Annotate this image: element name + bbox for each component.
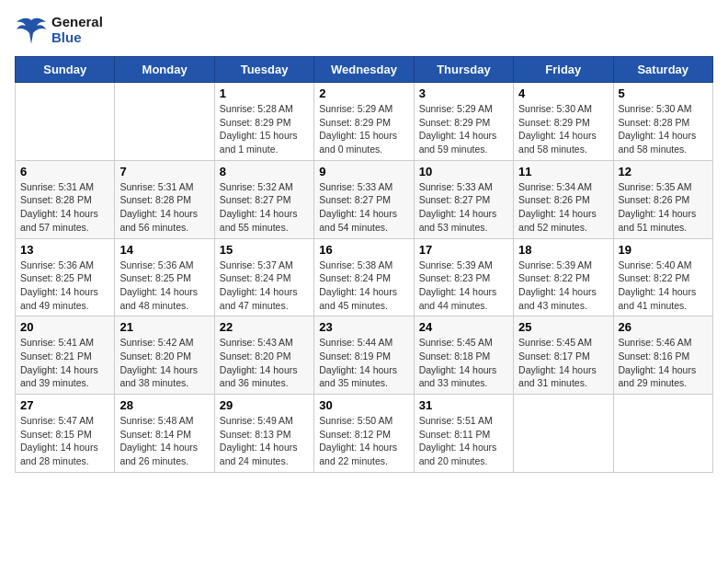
calendar-cell: 16Sunrise: 5:38 AM Sunset: 8:24 PM Dayli… xyxy=(314,238,414,316)
calendar-cell: 12Sunrise: 5:35 AM Sunset: 8:26 PM Dayli… xyxy=(613,160,712,238)
day-number: 17 xyxy=(419,243,508,257)
weekday-thursday: Thursday xyxy=(414,57,513,83)
logo-blue-text: Blue xyxy=(51,30,103,46)
day-detail: Sunrise: 5:29 AM Sunset: 8:29 PM Dayligh… xyxy=(419,102,508,156)
day-detail: Sunrise: 5:45 AM Sunset: 8:18 PM Dayligh… xyxy=(419,336,508,390)
day-number: 18 xyxy=(518,243,608,257)
calendar-week-2: 6Sunrise: 5:31 AM Sunset: 8:28 PM Daylig… xyxy=(16,160,713,238)
day-number: 26 xyxy=(619,320,708,334)
day-detail: Sunrise: 5:35 AM Sunset: 8:26 PM Dayligh… xyxy=(619,180,708,235)
day-detail: Sunrise: 5:33 AM Sunset: 8:27 PM Dayligh… xyxy=(319,180,408,235)
day-number: 12 xyxy=(619,165,708,178)
calendar-cell xyxy=(16,83,115,161)
day-detail: Sunrise: 5:50 AM Sunset: 8:12 PM Dayligh… xyxy=(319,414,408,468)
calendar-cell: 17Sunrise: 5:39 AM Sunset: 8:23 PM Dayli… xyxy=(414,238,513,316)
day-detail: Sunrise: 5:41 AM Sunset: 8:21 PM Dayligh… xyxy=(20,336,109,390)
day-number: 3 xyxy=(419,86,508,100)
day-detail: Sunrise: 5:44 AM Sunset: 8:19 PM Dayligh… xyxy=(319,336,408,390)
day-detail: Sunrise: 5:34 AM Sunset: 8:26 PM Dayligh… xyxy=(518,180,608,235)
day-detail: Sunrise: 5:32 AM Sunset: 8:27 PM Dayligh… xyxy=(220,180,309,235)
day-number: 14 xyxy=(119,243,209,257)
calendar-cell: 2Sunrise: 5:29 AM Sunset: 8:29 PM Daylig… xyxy=(314,83,414,161)
weekday-tuesday: Tuesday xyxy=(214,57,313,83)
calendar-week-4: 20Sunrise: 5:41 AM Sunset: 8:21 PM Dayli… xyxy=(16,316,713,395)
calendar-table: SundayMondayTuesdayWednesdayThursdayFrid… xyxy=(15,56,713,473)
calendar-cell: 20Sunrise: 5:41 AM Sunset: 8:21 PM Dayli… xyxy=(16,316,115,395)
calendar-cell xyxy=(115,83,214,161)
day-detail: Sunrise: 5:31 AM Sunset: 8:28 PM Dayligh… xyxy=(20,180,109,235)
calendar-cell: 8Sunrise: 5:32 AM Sunset: 8:27 PM Daylig… xyxy=(214,160,313,238)
day-number: 29 xyxy=(220,398,309,412)
calendar-cell: 10Sunrise: 5:33 AM Sunset: 8:27 PM Dayli… xyxy=(414,160,513,238)
calendar-cell: 21Sunrise: 5:42 AM Sunset: 8:20 PM Dayli… xyxy=(115,316,214,395)
day-detail: Sunrise: 5:45 AM Sunset: 8:17 PM Dayligh… xyxy=(518,336,608,390)
day-detail: Sunrise: 5:38 AM Sunset: 8:24 PM Dayligh… xyxy=(319,259,408,313)
day-number: 1 xyxy=(220,86,309,100)
weekday-saturday: Saturday xyxy=(613,57,712,83)
day-number: 25 xyxy=(518,320,608,334)
day-number: 21 xyxy=(119,320,209,334)
day-number: 11 xyxy=(518,165,608,178)
logo: General Blue xyxy=(15,15,103,45)
calendar-week-1: 1Sunrise: 5:28 AM Sunset: 8:29 PM Daylig… xyxy=(16,83,713,161)
calendar-cell: 13Sunrise: 5:36 AM Sunset: 8:25 PM Dayli… xyxy=(16,238,115,316)
day-detail: Sunrise: 5:46 AM Sunset: 8:16 PM Dayligh… xyxy=(619,336,708,390)
day-number: 19 xyxy=(619,243,708,257)
calendar-body: 1Sunrise: 5:28 AM Sunset: 8:29 PM Daylig… xyxy=(16,83,713,473)
page-header: General Blue xyxy=(15,15,713,45)
weekday-wednesday: Wednesday xyxy=(314,57,414,83)
day-detail: Sunrise: 5:36 AM Sunset: 8:25 PM Dayligh… xyxy=(20,259,109,313)
day-detail: Sunrise: 5:47 AM Sunset: 8:15 PM Dayligh… xyxy=(20,414,109,468)
logo-general-text: General xyxy=(51,15,103,30)
weekday-sunday: Sunday xyxy=(16,57,115,83)
calendar-cell: 1Sunrise: 5:28 AM Sunset: 8:29 PM Daylig… xyxy=(214,83,313,161)
calendar-cell: 14Sunrise: 5:36 AM Sunset: 8:25 PM Dayli… xyxy=(115,238,214,316)
calendar-cell: 11Sunrise: 5:34 AM Sunset: 8:26 PM Dayli… xyxy=(514,160,613,238)
calendar-cell: 9Sunrise: 5:33 AM Sunset: 8:27 PM Daylig… xyxy=(314,160,414,238)
day-detail: Sunrise: 5:29 AM Sunset: 8:29 PM Dayligh… xyxy=(319,102,408,156)
calendar-cell: 23Sunrise: 5:44 AM Sunset: 8:19 PM Dayli… xyxy=(314,316,414,395)
day-number: 8 xyxy=(220,165,309,178)
day-number: 13 xyxy=(20,243,109,257)
day-detail: Sunrise: 5:49 AM Sunset: 8:13 PM Dayligh… xyxy=(220,414,309,468)
day-detail: Sunrise: 5:33 AM Sunset: 8:27 PM Dayligh… xyxy=(419,180,508,235)
day-detail: Sunrise: 5:43 AM Sunset: 8:20 PM Dayligh… xyxy=(220,336,309,390)
calendar-cell: 4Sunrise: 5:30 AM Sunset: 8:29 PM Daylig… xyxy=(514,83,613,161)
day-detail: Sunrise: 5:40 AM Sunset: 8:22 PM Dayligh… xyxy=(619,259,708,313)
day-number: 27 xyxy=(20,398,109,412)
calendar-cell: 24Sunrise: 5:45 AM Sunset: 8:18 PM Dayli… xyxy=(414,316,513,395)
calendar-cell: 18Sunrise: 5:39 AM Sunset: 8:22 PM Dayli… xyxy=(514,238,613,316)
calendar-week-5: 27Sunrise: 5:47 AM Sunset: 8:15 PM Dayli… xyxy=(16,395,713,473)
day-number: 20 xyxy=(20,320,109,334)
day-number: 10 xyxy=(419,165,508,178)
day-number: 6 xyxy=(20,165,109,178)
day-number: 24 xyxy=(419,320,508,334)
calendar-cell: 28Sunrise: 5:48 AM Sunset: 8:14 PM Dayli… xyxy=(115,395,214,473)
calendar-cell: 5Sunrise: 5:30 AM Sunset: 8:28 PM Daylig… xyxy=(613,83,712,161)
day-detail: Sunrise: 5:37 AM Sunset: 8:24 PM Dayligh… xyxy=(220,259,309,313)
weekday-friday: Friday xyxy=(514,57,613,83)
day-detail: Sunrise: 5:48 AM Sunset: 8:14 PM Dayligh… xyxy=(119,414,209,468)
day-number: 2 xyxy=(319,86,408,100)
calendar-cell: 31Sunrise: 5:51 AM Sunset: 8:11 PM Dayli… xyxy=(414,395,513,473)
day-number: 31 xyxy=(419,398,508,412)
day-number: 5 xyxy=(619,86,708,100)
day-detail: Sunrise: 5:30 AM Sunset: 8:29 PM Dayligh… xyxy=(518,102,608,156)
calendar-cell: 3Sunrise: 5:29 AM Sunset: 8:29 PM Daylig… xyxy=(414,83,513,161)
calendar-cell xyxy=(613,395,712,473)
calendar-cell: 7Sunrise: 5:31 AM Sunset: 8:28 PM Daylig… xyxy=(115,160,214,238)
day-detail: Sunrise: 5:30 AM Sunset: 8:28 PM Dayligh… xyxy=(619,102,708,156)
calendar-cell: 27Sunrise: 5:47 AM Sunset: 8:15 PM Dayli… xyxy=(16,395,115,473)
calendar-cell: 30Sunrise: 5:50 AM Sunset: 8:12 PM Dayli… xyxy=(314,395,414,473)
calendar-header: SundayMondayTuesdayWednesdayThursdayFrid… xyxy=(16,57,713,83)
calendar-cell: 26Sunrise: 5:46 AM Sunset: 8:16 PM Dayli… xyxy=(613,316,712,395)
weekday-header-row: SundayMondayTuesdayWednesdayThursdayFrid… xyxy=(16,57,713,83)
calendar-cell: 15Sunrise: 5:37 AM Sunset: 8:24 PM Dayli… xyxy=(214,238,313,316)
day-detail: Sunrise: 5:39 AM Sunset: 8:23 PM Dayligh… xyxy=(419,259,508,313)
day-detail: Sunrise: 5:36 AM Sunset: 8:25 PM Dayligh… xyxy=(119,259,209,313)
day-detail: Sunrise: 5:42 AM Sunset: 8:20 PM Dayligh… xyxy=(119,336,209,390)
calendar-cell: 19Sunrise: 5:40 AM Sunset: 8:22 PM Dayli… xyxy=(613,238,712,316)
calendar-cell xyxy=(514,395,613,473)
day-number: 9 xyxy=(319,165,408,178)
day-number: 22 xyxy=(220,320,309,334)
